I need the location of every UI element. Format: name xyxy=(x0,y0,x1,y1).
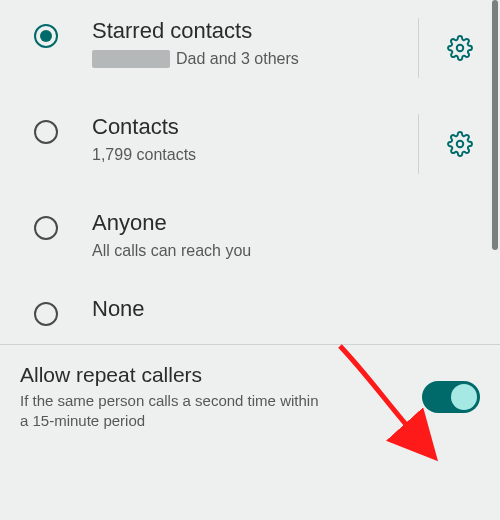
gear-icon[interactable] xyxy=(447,35,473,61)
vertical-divider xyxy=(418,18,419,78)
radio-contacts[interactable] xyxy=(34,120,58,144)
option-sub: All calls can reach you xyxy=(92,242,380,260)
option-anyone[interactable]: Anyone All calls can reach you xyxy=(0,192,500,278)
redacted-name xyxy=(92,50,170,68)
toggle-knob xyxy=(451,384,477,410)
gear-icon[interactable] xyxy=(447,131,473,157)
repeat-title: Allow repeat callers xyxy=(20,363,410,387)
svg-point-1 xyxy=(456,141,463,148)
option-sub: 1,799 contacts xyxy=(92,146,380,164)
radio-starred[interactable] xyxy=(34,24,58,48)
option-contacts[interactable]: Contacts 1,799 contacts xyxy=(0,96,500,192)
option-label: Anyone xyxy=(92,210,380,236)
option-label: None xyxy=(92,296,380,322)
option-starred[interactable]: Starred contacts Dad and 3 others xyxy=(0,0,500,96)
radio-anyone[interactable] xyxy=(34,216,58,240)
radio-none[interactable] xyxy=(34,302,58,326)
repeat-callers-toggle[interactable] xyxy=(422,381,480,413)
repeat-sub: If the same person calls a second time w… xyxy=(20,391,330,430)
option-none[interactable]: None xyxy=(0,278,500,344)
option-label: Contacts xyxy=(92,114,380,140)
svg-point-0 xyxy=(456,45,463,52)
option-sub: Dad and 3 others xyxy=(176,50,299,68)
scrollbar[interactable] xyxy=(492,0,498,250)
dnd-calls-settings: Starred contacts Dad and 3 others Contac… xyxy=(0,0,500,520)
vertical-divider xyxy=(418,114,419,174)
option-label: Starred contacts xyxy=(92,18,380,44)
allow-repeat-callers-row[interactable]: Allow repeat callers If the same person … xyxy=(0,345,500,448)
